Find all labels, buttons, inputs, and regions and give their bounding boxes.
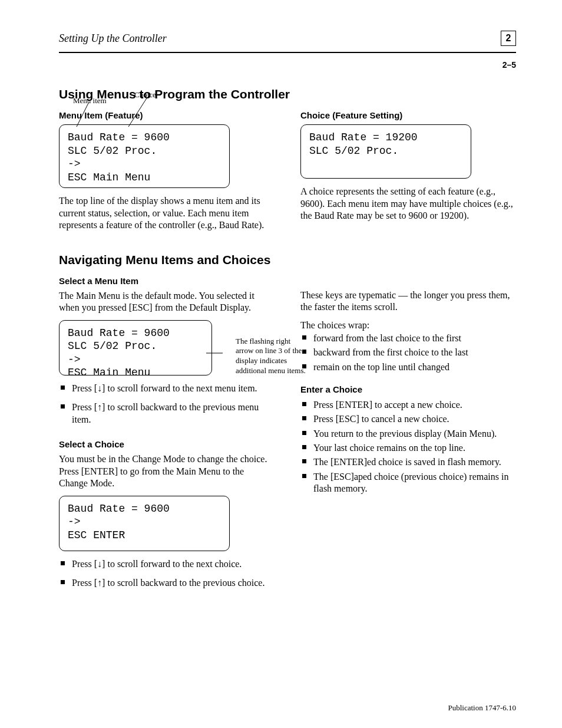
list-item: forward from the last choice to the firs… bbox=[300, 332, 516, 344]
bullet-list-wrap: forward from the last choice to the firs… bbox=[300, 332, 516, 373]
list-item: Press [↓] to scroll forward to the next … bbox=[59, 558, 275, 570]
annotation-menu-item: Menu item bbox=[73, 96, 107, 106]
lcd-display-select-menu: Baud Rate = 9600 SLC 5/02 Proc. -> ESC M… bbox=[59, 320, 212, 375]
list-item: Press [ENTER] to accept a new choice. bbox=[300, 399, 516, 411]
annotation-flashing-arrow: The flashing right arrow on line 3 of th… bbox=[236, 337, 306, 376]
para-choices-wrap-label: The choices wrap: bbox=[300, 319, 516, 331]
subhead-enter-choice: Enter a Choice bbox=[300, 384, 516, 395]
list-item: You return to the previous display (Main… bbox=[300, 428, 516, 440]
list-item: Press [↓] to scroll forward to the next … bbox=[59, 383, 275, 394]
para-select-menu-intro: The Main Menu is the default mode. You s… bbox=[59, 290, 275, 314]
para-menu-item: The top line of the display shows a menu… bbox=[59, 195, 275, 231]
list-item: The [ENTER]ed choice is saved in flash m… bbox=[300, 456, 516, 468]
section-title-using-menus: Using Menus to Program the Controller bbox=[59, 87, 516, 101]
lcd-display-choice: Baud Rate = 19200 SLC 5/02 Proc. bbox=[300, 124, 471, 179]
header-rule bbox=[59, 52, 516, 53]
bullet-list-select-menu: Press [↓] to scroll forward to the next … bbox=[59, 383, 275, 426]
page-number: 2–5 bbox=[59, 60, 516, 70]
subhead-select-choice: Select a Choice bbox=[59, 439, 275, 450]
list-item: Press [↑] to scroll backward to the prev… bbox=[59, 401, 275, 426]
chapter-box: 2 bbox=[501, 31, 516, 46]
bullet-list-select-choice: Press [↓] to scroll forward to the next … bbox=[59, 558, 275, 589]
annotation-choice: Choice bbox=[134, 90, 156, 100]
section-title-navigating: Navigating Menu Items and Choices bbox=[59, 253, 516, 267]
subhead-select-menu-item: Select a Menu Item bbox=[59, 275, 275, 286]
para-select-choice-intro: You must be in the Change Mode to change… bbox=[59, 453, 275, 489]
subhead-menu-item: Menu Item (Feature) bbox=[59, 110, 275, 121]
para-typematic: These keys are typematic — the longer yo… bbox=[300, 289, 516, 314]
publication-footer: Publication 1747-6.10 bbox=[448, 703, 516, 713]
para-choice: A choice represents the setting of each … bbox=[300, 186, 516, 222]
subhead-choice: Choice (Feature Setting) bbox=[300, 110, 516, 121]
list-item: The [ESC]aped choice (previous choice) r… bbox=[300, 471, 516, 495]
list-item: Press [↑] to scroll backward to the prev… bbox=[59, 577, 275, 589]
list-item: remain on the top line until changed bbox=[300, 361, 516, 373]
breadcrumb: Setting Up the Controller bbox=[59, 32, 167, 45]
lcd-display-select-choice: Baud Rate = 9600 -> ESC ENTER bbox=[59, 496, 230, 551]
bullet-list-enter-choice: Press [ENTER] to accept a new choice. Pr… bbox=[300, 399, 516, 495]
list-item: Press [ESC] to cancel a new choice. bbox=[300, 413, 516, 425]
lcd-display-menu-item: Baud Rate = 9600 SLC 5/02 Proc. -> ESC M… bbox=[59, 124, 230, 188]
list-item: backward from the first choice to the la… bbox=[300, 347, 516, 358]
list-item: Your last choice remains on the top line… bbox=[300, 442, 516, 454]
